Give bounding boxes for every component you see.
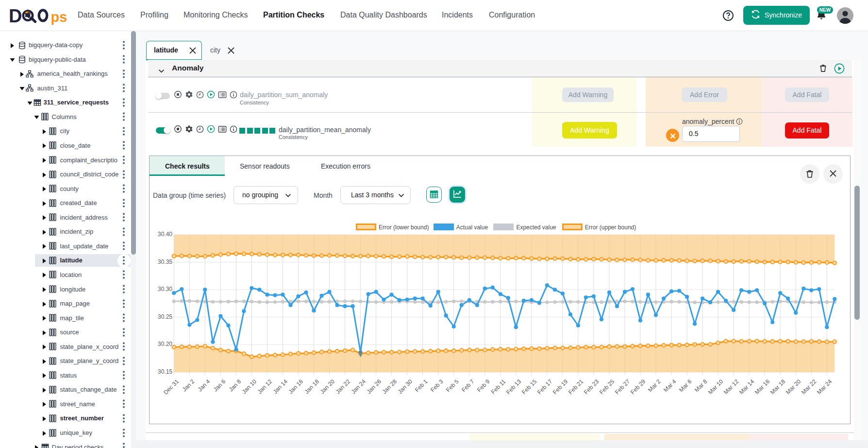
svg-text:D: D bbox=[9, 6, 22, 26]
svg-text:ps: ps bbox=[51, 9, 67, 25]
